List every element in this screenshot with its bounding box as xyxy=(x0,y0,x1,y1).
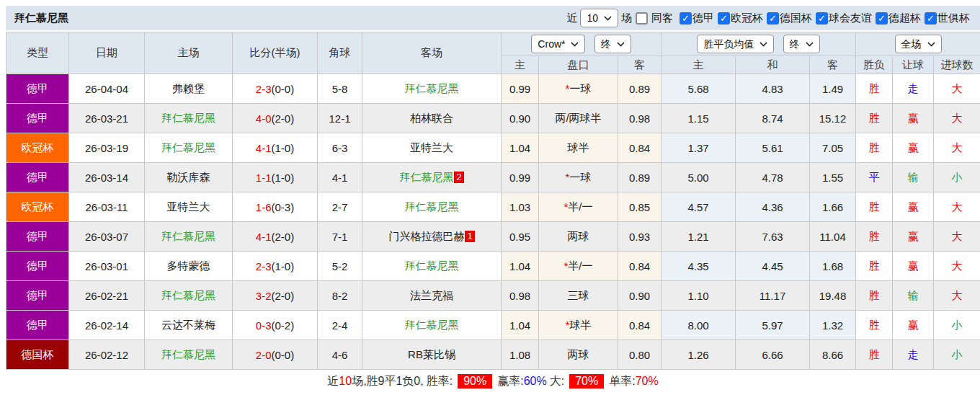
match-date-cell: 26-02-14 xyxy=(69,311,145,340)
score-full: 4-1 xyxy=(256,142,272,154)
score-half: (2-0) xyxy=(272,112,295,125)
goals-result-cell: 大 xyxy=(934,281,980,311)
footer-recent-count: 10 xyxy=(339,375,352,388)
corner-cell: 6-3 xyxy=(318,133,362,163)
odds-away-cell: 0.90 xyxy=(618,281,662,311)
avg-type-select[interactable]: 胜平负均值 xyxy=(697,35,774,53)
avg-home-cell: 5.00 xyxy=(662,163,736,192)
competition-checkbox[interactable] xyxy=(767,12,779,25)
footer-win-rate-label: 胜率: xyxy=(427,374,453,389)
home-team-cell: 拜仁慕尼黑 xyxy=(145,133,233,163)
subcol-handicap-result: 让球 xyxy=(893,56,934,74)
goals-result-cell: 大 xyxy=(934,133,980,163)
away-team-cell: 拜仁慕尼黑 xyxy=(362,74,502,104)
odds-time-select[interactable]: 终 xyxy=(594,35,631,53)
away-team-cell: 拜仁慕尼黑 xyxy=(362,252,502,281)
away-team-cell: RB莱比锡 xyxy=(362,340,502,370)
col-header-score: 比分(半场) xyxy=(233,32,318,74)
score-half: (1-0) xyxy=(272,172,295,184)
handicap-cell: *一球 xyxy=(539,163,618,192)
footer-odds-rate: 60% xyxy=(524,375,547,388)
avg-draw-cell: 5.97 xyxy=(736,311,810,340)
away-team-cell: 拜仁慕尼黑2 xyxy=(362,163,502,192)
avg-away-cell: 11.04 xyxy=(810,222,856,252)
odds-home-cell: 0.98 xyxy=(502,281,539,311)
odds-company-select[interactable]: Crow* xyxy=(531,35,585,53)
odds-away-cell: 0.84 xyxy=(618,252,662,281)
result-cell: 胜 xyxy=(856,133,893,163)
away-team-cell: 法兰克福 xyxy=(362,281,502,311)
score-full: 4-1 xyxy=(256,231,272,243)
competition-label: 德甲 xyxy=(692,12,714,25)
goals-result-cell: 小 xyxy=(934,340,980,370)
goals-result-cell: 大 xyxy=(934,222,980,252)
handicap-result-cell: 输 xyxy=(893,163,934,192)
handicap-cell: *球半 xyxy=(539,311,618,340)
same-venue-filter: 同客 xyxy=(636,12,673,25)
avg-home-cell: 4.35 xyxy=(662,252,736,281)
home-team-cell: 亚特兰大 xyxy=(145,192,233,222)
recent-count-select[interactable]: 10 xyxy=(580,9,618,27)
avg-draw-cell: 8.74 xyxy=(736,104,810,133)
subcol-result: 胜负 xyxy=(856,56,893,74)
corner-cell: 12-1 xyxy=(318,104,362,133)
handicap-result-cell: 赢 xyxy=(893,311,934,340)
corner-cell: 2-7 xyxy=(318,192,362,222)
home-team-cell: 拜仁慕尼黑 xyxy=(145,340,233,370)
handicap-star: * xyxy=(564,200,568,213)
goals-result-cell: 大 xyxy=(934,192,980,222)
col-header-home: 主场 xyxy=(145,32,233,74)
scope-select-group: 全场 xyxy=(856,32,980,56)
avg-away-cell: 7.05 xyxy=(810,133,856,163)
chevron-down-icon xyxy=(571,42,579,47)
footer-single-rate: 70% xyxy=(636,375,659,388)
competition-checkbox[interactable] xyxy=(876,12,888,25)
same-venue-checkbox[interactable] xyxy=(636,12,648,25)
chevron-down-icon xyxy=(604,16,612,21)
subcol-odds-away: 客 xyxy=(618,56,662,74)
avg-draw-cell: 4.45 xyxy=(736,252,810,281)
handicap-star: * xyxy=(566,171,570,183)
goals-result-cell: 小 xyxy=(934,163,980,192)
match-row: 德甲 26-02-14 云达不莱梅 0-3(0-2) 2-4 拜仁慕尼黑 1.0… xyxy=(6,311,980,340)
match-date-cell: 26-02-21 xyxy=(69,281,145,311)
avg-home-cell: 1.15 xyxy=(662,104,736,133)
avg-home-cell: 1.37 xyxy=(662,133,736,163)
match-type-cell: 德甲 xyxy=(6,104,69,133)
avg-time-select[interactable]: 终 xyxy=(783,35,820,53)
home-team-cell: 拜仁慕尼黑 xyxy=(145,222,233,252)
competition-checkbox[interactable] xyxy=(718,12,730,25)
titlebar: 拜仁慕尼黑 近 10 场 同客 德甲欧冠杯德国杯球会友谊德超杯世俱杯 xyxy=(6,6,980,30)
match-row: 德国杯 26-02-12 拜仁慕尼黑 2-0(0-0) 4-6 RB莱比锡 1.… xyxy=(6,340,980,370)
competition-checkbox[interactable] xyxy=(816,12,828,25)
goals-result-cell: 小 xyxy=(934,311,980,340)
avg-draw-cell: 4.83 xyxy=(736,74,810,104)
odds-select-group: Crow* 终 xyxy=(502,32,662,56)
home-team-cell: 拜仁慕尼黑 xyxy=(145,281,233,311)
competition-label: 德国杯 xyxy=(780,12,812,25)
handicap-result-cell: 赢 xyxy=(893,104,934,133)
avg-draw-cell: 11.17 xyxy=(736,281,810,311)
odds-time-value: 终 xyxy=(601,37,611,51)
competition-checkbox[interactable] xyxy=(925,12,937,25)
home-team-cell: 勒沃库森 xyxy=(145,163,233,192)
col-header-away: 客场 xyxy=(362,32,502,74)
odds-away-cell: 0.89 xyxy=(618,74,662,104)
result-cell: 胜 xyxy=(856,340,893,370)
score-full: 2-3 xyxy=(256,83,272,95)
score-half: (0-2) xyxy=(272,319,295,332)
scope-select[interactable]: 全场 xyxy=(895,35,942,53)
match-type-cell: 德甲 xyxy=(6,252,69,281)
odds-away-cell: 0.84 xyxy=(618,133,662,163)
avg-home-cell: 8.00 xyxy=(662,311,736,340)
score-cell: 2-3(0-0) xyxy=(233,74,318,104)
subcol-goals: 进球数 xyxy=(934,56,980,74)
odds-home-cell: 0.99 xyxy=(502,74,539,104)
odds-home-cell: 1.08 xyxy=(502,340,539,370)
competition-filter: 德国杯 xyxy=(767,12,812,25)
competition-checkbox[interactable] xyxy=(680,12,692,25)
corner-cell: 2-4 xyxy=(318,311,362,340)
avg-draw-cell: 4.78 xyxy=(736,163,810,192)
team-title: 拜仁慕尼黑 xyxy=(14,12,68,25)
match-type-cell: 欧冠杯 xyxy=(6,133,69,163)
